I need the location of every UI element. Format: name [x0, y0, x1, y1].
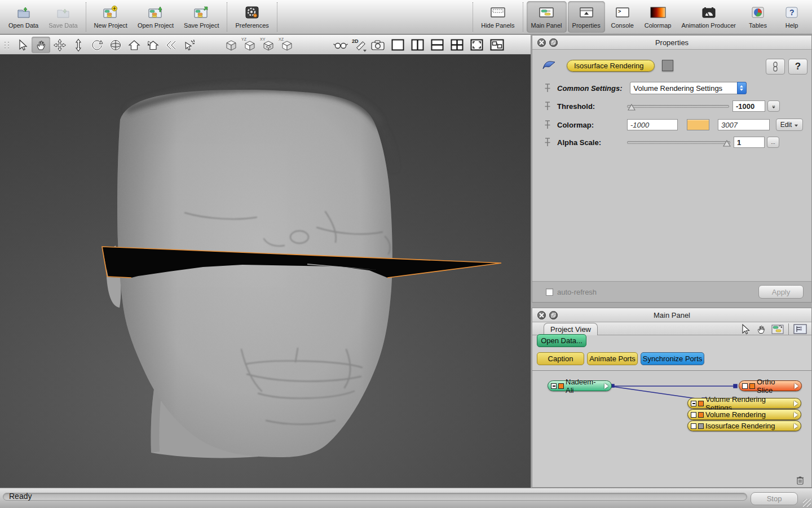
- common-settings-select[interactable]: Volume Rendering Settings: [630, 82, 747, 94]
- main-panel-toggle-button[interactable]: Main Panel: [527, 1, 567, 33]
- layout-quad-button[interactable]: [451, 39, 464, 51]
- colormap-swatch[interactable]: [687, 119, 709, 130]
- navigate-tool-button[interactable]: [32, 37, 50, 53]
- snapshot-camera-button[interactable]: [368, 37, 387, 53]
- console-button[interactable]: > Console: [606, 1, 639, 33]
- auto-refresh-checkbox[interactable]: [546, 288, 553, 296]
- home-button[interactable]: [125, 37, 143, 53]
- colormap-button[interactable]: Colormap: [640, 1, 676, 33]
- view-xy-cube-button[interactable]: XY: [259, 37, 277, 53]
- threshold-slider[interactable]: [627, 105, 729, 108]
- translate-tool-button[interactable]: [50, 37, 69, 53]
- tree-view-icon[interactable]: [793, 323, 807, 335]
- project-graph-area[interactable]: Nadeem-Ali Ortho Slice Volume Rendering …: [532, 370, 811, 487]
- viz-toggle-icon[interactable]: [558, 383, 564, 389]
- view-xz-cube-button[interactable]: XZ: [277, 37, 296, 53]
- play-triangle-icon[interactable]: [794, 401, 798, 406]
- open-project-button[interactable]: Open Project: [133, 1, 178, 33]
- hand-icon[interactable]: [756, 323, 767, 335]
- layout-single-button[interactable]: [391, 39, 404, 51]
- node-isosurface-rendering[interactable]: Isosurface Rendering: [687, 421, 801, 431]
- open-data-button[interactable]: Open Data: [4, 1, 43, 33]
- select-arrow-icon[interactable]: [740, 323, 751, 335]
- node-volume-rendering[interactable]: Volume Rendering: [687, 409, 801, 420]
- tab-project-view[interactable]: Project View: [544, 323, 598, 335]
- resize-grip[interactable]: [803, 499, 811, 507]
- alpha-options-button[interactable]: ...: [767, 137, 779, 148]
- play-triangle-icon[interactable]: [794, 412, 798, 418]
- layout-two-horizontal-button[interactable]: [431, 39, 444, 51]
- close-icon[interactable]: [537, 311, 546, 319]
- close-icon[interactable]: [537, 38, 546, 47]
- play-triangle-icon[interactable]: [795, 383, 798, 389]
- play-triangle-icon[interactable]: [604, 383, 608, 389]
- pin-icon[interactable]: [544, 120, 551, 130]
- color-toggle-icon[interactable]: [698, 401, 704, 406]
- node-editor-icon[interactable]: [771, 324, 784, 334]
- viewport-3d[interactable]: [0, 55, 531, 488]
- perspective-cube-button[interactable]: [222, 37, 240, 53]
- play-triangle-icon[interactable]: [794, 423, 798, 429]
- animation-producer-button[interactable]: Animation Producer: [677, 1, 740, 33]
- colormap-max-input[interactable]: [718, 119, 770, 130]
- collapse-toggle-icon[interactable]: [691, 401, 696, 406]
- view-yz-cube-button[interactable]: YZ: [240, 37, 259, 53]
- view-all-button[interactable]: [162, 37, 180, 53]
- colormap-min-input[interactable]: [627, 119, 678, 130]
- properties-toggle-button[interactable]: Properties: [568, 1, 605, 33]
- zoom-tool-button[interactable]: [69, 37, 87, 53]
- main-panel-header[interactable]: Main Panel: [532, 308, 811, 322]
- preferences-button[interactable]: Preferences: [231, 1, 273, 33]
- seek-tool-button[interactable]: [180, 37, 199, 53]
- pin-icon[interactable]: [544, 101, 551, 111]
- apply-button[interactable]: Apply: [758, 285, 804, 299]
- trackball-tool-button[interactable]: [106, 37, 125, 53]
- tables-button[interactable]: Tables: [742, 1, 774, 33]
- save-project-button[interactable]: Save Project: [179, 1, 223, 33]
- alpha-scale-slider[interactable]: [627, 141, 730, 144]
- viz-toggle-icon[interactable]: [691, 412, 696, 418]
- threshold-value-input[interactable]: [732, 100, 765, 112]
- pin-icon[interactable]: [544, 83, 551, 93]
- node-ortho-slice[interactable]: Ortho Slice: [739, 380, 802, 391]
- animate-ports-button[interactable]: Animate Ports: [587, 352, 638, 365]
- viz-toggle-icon[interactable]: [742, 383, 748, 389]
- pin-icon[interactable]: [544, 137, 551, 147]
- color-toggle-icon[interactable]: [749, 383, 755, 389]
- alpha-slider-thumb[interactable]: [723, 140, 731, 147]
- help-button[interactable]: ? Help: [775, 1, 808, 33]
- stop-button[interactable]: Stop: [751, 492, 798, 505]
- detach-panel-icon[interactable]: [549, 38, 558, 47]
- hide-panels-button[interactable]: Hide Panels: [476, 1, 519, 33]
- colormap-edit-button[interactable]: Edit: [776, 119, 803, 131]
- alpha-value-input[interactable]: [734, 137, 765, 148]
- node-volume-rendering-settings[interactable]: Volume Rendering Settings: [687, 398, 801, 409]
- color-toggle-icon[interactable]: [698, 412, 704, 418]
- properties-panel-header[interactable]: Properties: [532, 36, 811, 50]
- viz-toggle-icon[interactable]: [691, 423, 696, 429]
- collapse-toggle-icon[interactable]: [551, 383, 557, 389]
- synchronize-ports-button[interactable]: Synchronize Ports: [641, 352, 704, 365]
- node-data-module[interactable]: Nadeem-Ali: [548, 380, 612, 391]
- threshold-slider-thumb[interactable]: [628, 104, 636, 111]
- open-data-project-button[interactable]: Open Data...: [537, 334, 586, 347]
- set-home-button[interactable]: [143, 37, 162, 53]
- layout-linked-button[interactable]: [490, 39, 504, 51]
- color-toggle-icon[interactable]: [698, 423, 704, 429]
- measure-2d-button[interactable]: 2D: [350, 37, 368, 53]
- trash-icon[interactable]: [796, 475, 805, 485]
- layout-fullscreen-button[interactable]: [470, 39, 483, 51]
- caption-button[interactable]: Caption: [537, 352, 584, 365]
- module-color-swatch[interactable]: [662, 60, 673, 71]
- module-name-pill[interactable]: Isosurface Rendering: [567, 60, 655, 72]
- threshold-options-button[interactable]: ..: [767, 100, 780, 112]
- select-tool-button[interactable]: [13, 37, 32, 53]
- detach-panel-icon[interactable]: [549, 311, 558, 319]
- toolbar-grip[interactable]: [5, 42, 10, 49]
- module-help-button[interactable]: ?: [788, 59, 807, 75]
- new-project-button[interactable]: New Project: [90, 1, 132, 33]
- rotate-tool-button[interactable]: [87, 37, 106, 53]
- layout-two-vertical-button[interactable]: [411, 39, 424, 51]
- pin-panel-button[interactable]: [766, 59, 785, 75]
- stereo-glasses-button[interactable]: [331, 37, 350, 53]
